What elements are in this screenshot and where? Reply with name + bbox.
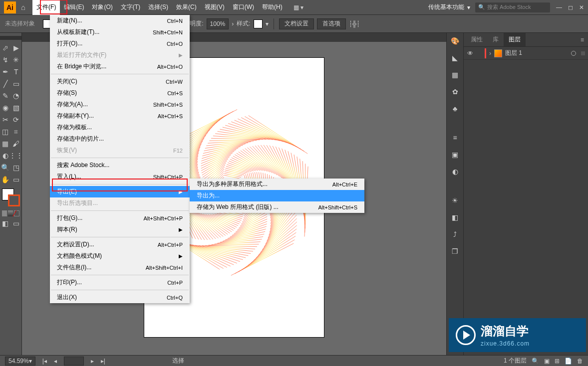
menu-文字[interactable]: 文字(T): [117, 0, 144, 15]
minimize-icon[interactable]: —: [556, 4, 562, 11]
tool-icon[interactable]: ✒: [0, 66, 11, 78]
menu-选择[interactable]: 选择(S): [144, 0, 172, 15]
tool-icon[interactable]: ▶: [11, 42, 22, 54]
style-swatch[interactable]: [254, 19, 263, 28]
menu-item[interactable]: 在 Bridge 中浏览...Alt+Ctrl+O: [50, 61, 190, 72]
menu-视图[interactable]: 视图(V): [201, 0, 229, 15]
prefs-button[interactable]: 首选项: [317, 18, 346, 29]
tool-icon[interactable]: ▭: [11, 78, 22, 90]
tool-icon[interactable]: ◉: [0, 102, 11, 114]
tool-icon[interactable]: ⬀: [0, 42, 11, 54]
nav-last-icon[interactable]: ▸|: [101, 358, 105, 365]
tool-icon[interactable]: ◫: [0, 126, 11, 138]
menu-item[interactable]: 文档颜色模式(M)▶: [50, 250, 190, 262]
draw-behind-icon[interactable]: [8, 210, 13, 216]
tab-layers[interactable]: 图层: [504, 33, 526, 46]
delete-layer-icon[interactable]: 🗑: [577, 358, 583, 365]
tool-icon[interactable]: ▦: [0, 138, 11, 150]
menu-item[interactable]: 打包(G)...Alt+Shift+Ctrl+P: [50, 212, 190, 224]
appearance-panel-icon[interactable]: ◐: [450, 167, 460, 177]
opacity-input[interactable]: 100%: [207, 18, 229, 29]
disclosure-icon[interactable]: ›: [489, 50, 491, 57]
submenu-item[interactable]: 导出为多种屏幕所用格式...Alt+Ctrl+E: [190, 179, 364, 190]
css-panel-icon[interactable]: ◧: [450, 212, 460, 222]
target-icon[interactable]: [571, 51, 576, 56]
nav-first-icon[interactable]: |◂: [42, 358, 47, 365]
layer-row[interactable]: 👁 › 图层 1: [464, 47, 588, 60]
tool-icon[interactable]: 🔍: [0, 162, 11, 174]
menu-item[interactable]: 脚本(R)▶: [50, 224, 190, 235]
maximize-icon[interactable]: ◻: [568, 4, 573, 11]
workspace-switcher[interactable]: 传统基本功能▾: [428, 3, 470, 11]
menu-item[interactable]: 存储为模板...: [50, 122, 190, 133]
menu-item[interactable]: 从模板新建(T)...Shift+Ctrl+N: [50, 26, 190, 38]
menu-编辑[interactable]: 编辑(E): [60, 0, 88, 15]
layout-switch-icon[interactable]: ▦ ▾: [294, 4, 303, 11]
menu-item[interactable]: 退出(X)Ctrl+Q: [50, 292, 190, 303]
tool-icon[interactable]: ✳: [11, 54, 22, 66]
layer-name[interactable]: 图层 1: [505, 49, 522, 57]
menu-item[interactable]: 关闭(C)Ctrl+W: [50, 76, 190, 87]
submenu-item[interactable]: 存储为 Web 所用格式 (旧版) ...Alt+Shift+Ctrl+S: [190, 201, 364, 213]
artboard-nav-input[interactable]: [64, 357, 84, 366]
menu-item[interactable]: 打开(O)...Ctrl+O: [50, 38, 190, 49]
make-clip-icon[interactable]: ▣: [544, 358, 550, 365]
menu-item[interactable]: 导出(E)▶: [50, 186, 190, 197]
tab-properties[interactable]: 属性: [466, 33, 488, 46]
transparency-panel-icon[interactable]: ▣: [450, 150, 460, 160]
visibility-icon[interactable]: 👁: [467, 50, 474, 57]
tool-icon[interactable]: ▧: [11, 102, 22, 114]
menu-帮助[interactable]: 帮助(H): [258, 0, 287, 15]
nav-prev-icon[interactable]: ◂: [54, 358, 57, 365]
artboards-panel-icon[interactable]: ⤴: [450, 229, 460, 239]
tool-icon[interactable]: ⋮⋮: [10, 150, 21, 162]
menu-item[interactable]: 存储副本(Y)...Alt+Ctrl+S: [50, 110, 190, 122]
locate-layer-icon[interactable]: 🔍: [532, 358, 539, 365]
change-screen-icon[interactable]: ▭: [11, 217, 22, 229]
menu-item[interactable]: 新建(N)...Ctrl+N: [50, 15, 190, 26]
stroke-panel-icon[interactable]: ♣: [450, 104, 460, 114]
menu-对象[interactable]: 对象(O): [88, 0, 116, 15]
menu-item[interactable]: 存储选中的切片...: [50, 133, 190, 145]
tool-icon[interactable]: ╱: [0, 78, 11, 90]
selection-square-icon[interactable]: [581, 51, 585, 55]
menu-item[interactable]: 置入(L)...Shift+Ctrl+P: [50, 171, 190, 183]
new-sublayer-icon[interactable]: ⊞: [555, 358, 560, 365]
color-panel-icon[interactable]: 🎨: [450, 36, 460, 46]
tool-icon[interactable]: ✎: [0, 90, 11, 102]
menu-item[interactable]: 存储(S)Ctrl+S: [50, 87, 190, 99]
draw-normal-icon[interactable]: [2, 210, 7, 216]
asset-export-icon[interactable]: ☀: [450, 195, 460, 205]
tool-icon[interactable]: ✂: [0, 114, 11, 126]
doc-setup-button[interactable]: 文档设置: [279, 18, 314, 29]
menu-窗口[interactable]: 窗口(W): [229, 0, 258, 15]
menu-item[interactable]: 打印(P)...Ctrl+P: [50, 277, 190, 288]
stroke-color-icon[interactable]: [8, 194, 20, 206]
screen-mode-icon[interactable]: ◧: [0, 217, 11, 229]
nav-next-icon[interactable]: ▸: [91, 358, 94, 365]
tool-icon[interactable]: 🖌: [11, 138, 22, 150]
home-icon[interactable]: ⌂: [21, 3, 25, 11]
color-swatches[interactable]: [0, 187, 21, 209]
symbols-panel-icon[interactable]: ✿: [450, 87, 460, 97]
menu-item[interactable]: 存储为(A)...Shift+Ctrl+S: [50, 99, 190, 110]
submenu-item[interactable]: 导出为...: [190, 190, 364, 201]
menu-item[interactable]: 文档设置(D)...Alt+Ctrl+P: [50, 239, 190, 250]
libraries-panel-icon[interactable]: ❐: [450, 246, 460, 256]
tool-icon[interactable]: ↯: [0, 54, 11, 66]
menu-item[interactable]: 搜索 Adobe Stock...: [50, 160, 190, 171]
control-more-icon[interactable]: ┆╬┆: [349, 20, 360, 27]
zoom-level[interactable]: 54.59% ▾: [5, 357, 35, 366]
menu-文件[interactable]: 文件(F): [32, 0, 60, 15]
opacity-more-icon[interactable]: ›: [232, 20, 234, 27]
new-layer-icon[interactable]: 📄: [565, 358, 572, 365]
tool-icon[interactable]: ⌗: [11, 126, 22, 138]
tool-icon[interactable]: ✋: [0, 174, 11, 185]
panel-menu-icon[interactable]: ≡: [581, 36, 584, 43]
draw-inside-icon[interactable]: ⁄: [14, 210, 19, 216]
gradient-panel-icon[interactable]: ≡: [450, 133, 460, 143]
tool-icon[interactable]: ◔: [11, 90, 22, 102]
tool-icon[interactable]: ▭: [11, 174, 22, 185]
close-icon[interactable]: ✕: [579, 4, 584, 11]
search-stock-input[interactable]: 🔍 搜索 Adobe Stock: [475, 2, 550, 12]
